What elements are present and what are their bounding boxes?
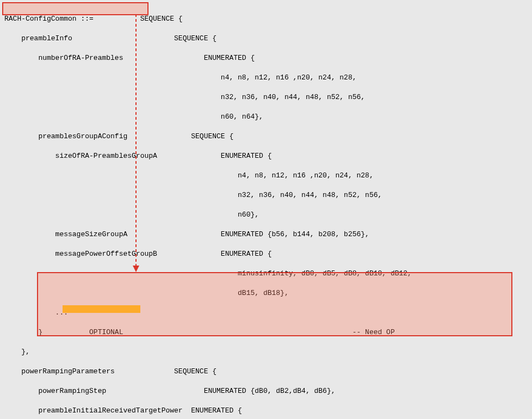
code-line: ... xyxy=(4,309,68,317)
code-line: n4, n8, n12, n16 ,n20, n24, n28, xyxy=(4,73,357,82)
code-line: messageSizeGroupA ENUMERATED {b56, b144,… xyxy=(4,230,369,238)
code-line: powerRampingParameters SEQUENCE { xyxy=(4,367,216,375)
code-line: } OPTIONAL -- Need OP xyxy=(4,328,395,336)
code-line: n32, n36, n40, n44, n48, n52, n56, xyxy=(4,93,365,101)
code-line: preambleInitialReceivedTargetPower ENUME… xyxy=(4,406,242,415)
code-line: powerRampingStep ENUMERATED {dB0, dB2,dB… xyxy=(4,387,336,395)
code-line: RACH-ConfigCommon ::= SEQUENCE { xyxy=(4,15,183,23)
code-line: n60}, xyxy=(4,211,259,219)
code-line: messagePowerOffsetGroupB ENUMERATED { xyxy=(4,250,271,258)
asn1-code-block: RACH-ConfigCommon ::= SEQUENCE { preambl… xyxy=(0,0,532,419)
code-line: preamblesGroupAConfig SEQUENCE { xyxy=(4,132,233,140)
code-line: dB15, dB18}, xyxy=(4,289,289,297)
code-line: n4, n8, n12, n16 ,n20, n24, n28, xyxy=(4,171,374,180)
code-line: }, xyxy=(4,348,30,356)
code-line: preambleInfo SEQUENCE { xyxy=(4,34,216,42)
code-line: n32, n36, n40, n44, n48, n52, n56, xyxy=(4,191,382,199)
code-line: minusinfinity, dB0, dB5, dB8, dB10, dB12… xyxy=(4,269,412,278)
code-line: n60, n64}, xyxy=(4,113,263,121)
code-line: sizeOfRA-PreamblesGroupA ENUMERATED { xyxy=(4,152,271,160)
code-line: numberOfRA-Preambles ENUMERATED { xyxy=(4,54,255,62)
